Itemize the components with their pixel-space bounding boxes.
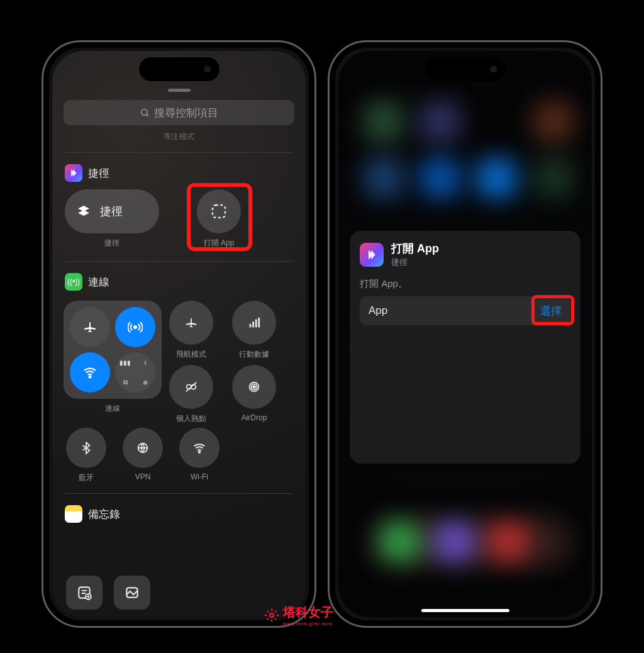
card-subtitle: 捷徑 [391, 257, 439, 268]
svg-rect-6 [252, 321, 254, 327]
search-placeholder: 搜尋控制項目 [154, 106, 218, 120]
notes-app-icon [65, 505, 82, 523]
section-header-connectivity: ((•)) 連線 [64, 272, 294, 298]
home-indicator[interactable] [421, 609, 509, 612]
note-add-icon [76, 584, 92, 601]
svg-rect-5 [250, 324, 252, 328]
card-description: 打開 App。 [360, 278, 570, 290]
tile-shortcut-label: 捷徑 [100, 204, 123, 219]
mini-antenna[interactable] [115, 307, 155, 347]
watermark-gear-icon [264, 608, 279, 623]
mini-status-grid[interactable]: ▮▮▮ ᚼ ⧉ ✲ [115, 352, 155, 393]
bluetooth-icon [79, 441, 93, 455]
dynamic-island [425, 57, 506, 81]
tile-shortcut[interactable]: 捷徑 捷徑 [65, 189, 159, 248]
cap-bluetooth: 藍牙 [79, 472, 94, 483]
svg-line-11 [186, 382, 197, 392]
divider [65, 493, 293, 494]
svg-point-16 [199, 451, 201, 453]
svg-rect-2 [213, 205, 225, 218]
cap-hotspot: 個人熱點 [176, 413, 206, 424]
wifi-icon [192, 441, 206, 455]
tile-connectivity-block[interactable]: ▮▮▮ ᚼ ⧉ ✲ 連線 [64, 301, 162, 424]
globe-mini-icon: ✲ [135, 372, 155, 393]
airplane-icon [82, 320, 97, 335]
mini-airplane[interactable] [70, 307, 110, 347]
field-label: App [369, 304, 387, 317]
watermark: 塔科女子 www.tech-girlz.com [264, 604, 333, 627]
tile-open-app[interactable]: 打開 App [197, 189, 241, 248]
open-app-card: 打開 App 捷徑 打開 App。 App 選擇 [350, 231, 580, 464]
phone-left: 搜尋控制項目 專注模式 捷徑 捷徑 [42, 40, 316, 628]
svg-point-3 [134, 326, 136, 328]
tile-cellular[interactable]: 行動數據 [232, 301, 276, 360]
toolbar-gallery-button[interactable] [114, 576, 150, 610]
section-header-shortcuts: 捷徑 [64, 163, 294, 189]
antenna-icon [128, 320, 143, 335]
svg-point-12 [253, 386, 255, 388]
tile-airplane[interactable]: 飛航模式 [169, 301, 213, 360]
mini-wifi[interactable] [70, 352, 110, 393]
vpn-globe-icon [136, 441, 150, 455]
cap-airdrop: AirDrop [242, 413, 267, 422]
svg-line-1 [147, 114, 148, 116]
tile-open-app-caption: 打開 App [204, 238, 235, 248]
cap-vpn: VPN [135, 472, 151, 481]
svg-rect-7 [255, 320, 257, 328]
cap-wifi: Wi-Fi [191, 472, 208, 481]
svg-point-0 [142, 109, 147, 114]
previous-section-peek: 專注模式 [64, 131, 294, 142]
section-title-connectivity: 連線 [88, 275, 109, 289]
shortcuts-app-icon [360, 243, 384, 267]
tile-shortcut-caption: 捷徑 [104, 238, 119, 248]
search-icon [140, 108, 150, 118]
select-app-button[interactable]: 選擇 [540, 304, 562, 318]
tile-wifi[interactable]: Wi-Fi [179, 428, 219, 483]
section-header-notes: 備忘錄 [64, 504, 294, 530]
app-field-row[interactable]: App 選擇 [360, 296, 570, 325]
section-title-shortcuts: 捷徑 [88, 166, 109, 181]
hotspot-icon [184, 380, 198, 394]
tile-airdrop[interactable]: AirDrop [232, 365, 276, 424]
link-mini-icon: ⧉ [115, 372, 135, 393]
search-input[interactable]: 搜尋控制項目 [64, 100, 294, 125]
airdrop-icon [247, 380, 261, 394]
connectivity-section-icon: ((•)) [65, 273, 82, 291]
wifi-icon [82, 365, 97, 380]
sheet-grabber[interactable] [168, 89, 191, 92]
airplane-icon [184, 316, 198, 330]
tile-bluetooth[interactable]: 藍牙 [66, 428, 106, 483]
tile-connectivity-caption: 連線 [105, 403, 120, 414]
svg-point-4 [89, 376, 91, 378]
stack-icon [76, 204, 91, 219]
watermark-name: 塔科女子 [283, 605, 333, 619]
tile-hotspot[interactable]: 個人熱點 [169, 365, 213, 424]
toolbar-add-button[interactable] [66, 576, 103, 610]
divider [65, 152, 293, 153]
signal-bars-icon: ▮▮▮ [115, 352, 135, 372]
svg-point-24 [270, 613, 274, 617]
card-title: 打開 App [391, 241, 439, 256]
watermark-url: www.tech-girlz.com [283, 621, 333, 627]
cap-cellular: 行動數據 [239, 349, 269, 360]
phone-right: 打開 App 捷徑 打開 App。 App 選擇 [328, 40, 602, 628]
open-app-icon [209, 202, 228, 221]
tile-vpn[interactable]: VPN [123, 428, 163, 483]
shortcuts-app-icon [65, 164, 82, 182]
bluetooth-mini-icon: ᚼ [135, 352, 155, 372]
gallery-icon [124, 584, 140, 601]
section-title-notes: 備忘錄 [88, 507, 120, 522]
svg-rect-8 [258, 318, 260, 328]
cellular-icon [247, 316, 261, 330]
dynamic-island [139, 57, 219, 81]
cap-airplane: 飛航模式 [176, 349, 206, 360]
divider [65, 261, 293, 262]
